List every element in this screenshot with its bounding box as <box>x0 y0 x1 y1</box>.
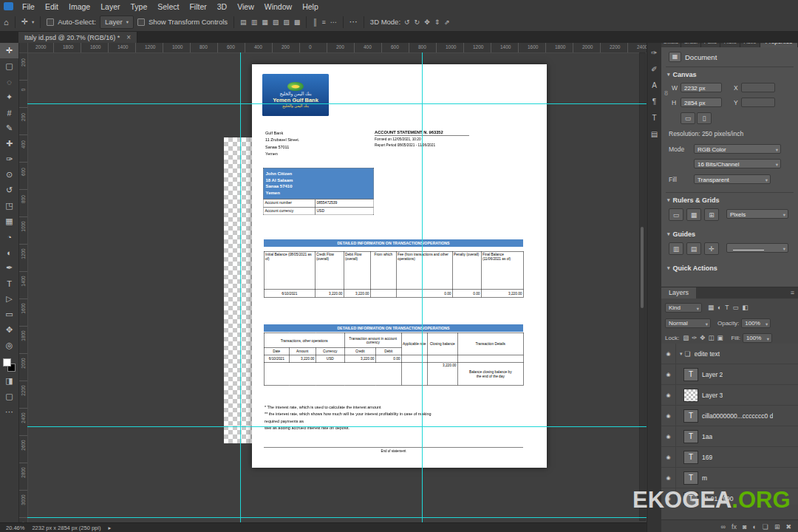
brush-settings-icon[interactable]: ✑ <box>651 49 657 57</box>
vertical-scrollbar[interactable] <box>639 52 646 521</box>
grid-toggle-icon[interactable]: ▦ <box>686 208 701 221</box>
zoom-tool[interactable]: ◎ <box>0 338 18 353</box>
layer-row[interactable]: ◉Layer 3 <box>661 385 798 406</box>
quick-mask-icon[interactable]: ◨ <box>0 373 18 389</box>
quick-actions-section-header[interactable]: ▾ Quick Actions <box>667 265 717 272</box>
align-right-icon[interactable]: ▦ <box>262 18 268 26</box>
lock-guides-icon[interactable]: ▤ <box>686 242 701 255</box>
align-middle-icon[interactable]: ▨ <box>283 18 290 26</box>
auto-select-checkbox[interactable] <box>47 18 54 26</box>
menu-view[interactable]: View <box>232 1 259 13</box>
glyphs-panel-icon[interactable]: T <box>652 114 656 122</box>
new-guide-layout-icon[interactable]: ▥ <box>669 242 683 255</box>
lock-artboard-icon[interactable]: ◫ <box>708 334 714 341</box>
align-top-icon[interactable]: ▧ <box>273 18 279 26</box>
zoom-level[interactable]: 20.46% <box>6 525 24 531</box>
delete-layer-icon[interactable]: ✖ <box>785 523 791 531</box>
mode-select[interactable]: RGB Color▾ <box>694 144 781 154</box>
eye-icon[interactable]: ◉ <box>661 468 676 488</box>
align-left-icon[interactable]: ▤ <box>240 18 247 26</box>
lock-pixels-icon[interactable]: ✑ <box>692 334 697 341</box>
lock-transparent-icon[interactable]: ▨ <box>683 334 689 341</box>
menu-file[interactable]: File <box>17 1 40 13</box>
menu-image[interactable]: Image <box>64 1 95 13</box>
chevron-down-icon[interactable]: ▾ <box>680 351 683 357</box>
menu-3d[interactable]: 3D <box>212 1 232 13</box>
eyedropper-tool[interactable]: ✎ <box>0 120 18 136</box>
panel-menu-icon[interactable]: ≡ <box>791 287 794 299</box>
eye-icon[interactable]: ◉ <box>661 406 676 426</box>
orientation-landscape-icon[interactable]: ▭ <box>681 112 695 124</box>
tab-layers[interactable]: Layers <box>661 287 696 299</box>
menu-select[interactable]: Select <box>152 1 184 13</box>
clear-guides-icon[interactable]: ✛ <box>704 242 719 255</box>
filter-type-layers-icon[interactable]: T <box>725 304 729 311</box>
lock-all-icon[interactable]: ▣ <box>717 334 723 341</box>
layer-mask-icon[interactable]: ◙ <box>743 523 746 531</box>
vertical-guide[interactable] <box>240 52 241 522</box>
document-tab[interactable]: Italy id.psd @ 20.7% (RGB/16) * × <box>18 32 137 43</box>
menu-window[interactable]: Window <box>259 1 297 13</box>
menu-filter[interactable]: Filter <box>184 1 211 13</box>
menu-type[interactable]: Type <box>125 1 152 13</box>
ruler-toggle-icon[interactable]: ▭ <box>669 208 683 221</box>
hand-tool[interactable]: ✥ <box>0 322 18 338</box>
layer-row[interactable]: ◉T169 <box>661 447 798 468</box>
distribute-space-icon[interactable]: ⋯ <box>330 18 337 26</box>
y-input[interactable] <box>741 98 775 107</box>
auto-select-target-select[interactable]: Layer ▾ <box>100 16 134 29</box>
paragraph-panel-icon[interactable]: ¶ <box>652 98 656 106</box>
distribute-horizontal-icon[interactable]: ║ <box>313 18 317 26</box>
menu-layer[interactable]: Layer <box>95 1 125 13</box>
lock-position-icon[interactable]: ✥ <box>700 334 705 341</box>
chevron-down-icon[interactable]: ▾ <box>32 19 34 25</box>
opacity-input[interactable]: 100%▾ <box>741 318 771 328</box>
new-layer-icon[interactable]: ⊞ <box>774 523 780 531</box>
layer-effects-icon[interactable]: fx <box>732 523 737 531</box>
lasso-tool[interactable]: ◌ <box>0 74 18 89</box>
color-swatches[interactable] <box>0 357 18 373</box>
filter-shape-layers-icon[interactable]: ▭ <box>732 304 738 311</box>
brushes-icon[interactable]: ✐ <box>651 65 657 73</box>
path-selection-tool[interactable]: ▷ <box>0 291 18 307</box>
type-tool[interactable]: T <box>0 276 18 291</box>
document-page[interactable]: بنك اليمن والخليج Yemen Gulf Bank بنك ال… <box>252 64 547 468</box>
3d-roll-icon[interactable]: ↻ <box>415 18 420 26</box>
foreground-color-swatch[interactable] <box>3 358 11 366</box>
eye-icon[interactable]: ◉ <box>661 344 676 364</box>
horizontal-guide[interactable] <box>27 517 647 518</box>
guides-section-header[interactable]: ▾ Guides <box>667 231 695 238</box>
menu-help[interactable]: Help <box>297 1 324 13</box>
guide-style-select[interactable]: ▾ <box>726 243 788 253</box>
kind-filter-select[interactable]: Kind▾ <box>665 303 702 313</box>
snap-toggle-icon[interactable]: ⊞ <box>704 208 719 221</box>
blur-tool[interactable]: ◔ <box>0 229 18 245</box>
canvas-section-header[interactable]: ▾ Canvas <box>667 71 697 78</box>
3d-drag-icon[interactable]: ✥ <box>424 18 430 26</box>
scrollbar-thumb[interactable] <box>641 227 644 308</box>
filter-pixel-layers-icon[interactable]: ▦ <box>708 304 714 311</box>
move-tool[interactable]: ✛ <box>0 43 18 58</box>
rectangle-tool[interactable]: ▭ <box>0 307 18 322</box>
menu-edit[interactable]: Edit <box>40 1 64 13</box>
brush-tool[interactable]: ✑ <box>0 151 18 167</box>
more-options-icon[interactable]: ⋯ <box>349 17 358 27</box>
link-dimensions-icon[interactable]: 8 <box>664 89 668 97</box>
fill-select[interactable]: Transparent▾ <box>694 174 771 184</box>
layer-row[interactable]: ◉Tm <box>661 468 798 488</box>
rectangular-marquee-tool[interactable]: ▢ <box>0 58 18 74</box>
width-input[interactable]: 2232 px <box>681 83 722 92</box>
show-transform-controls-checkbox[interactable] <box>137 18 145 26</box>
vertical-guide[interactable] <box>422 52 423 522</box>
adjustment-layer-icon[interactable]: ◐ <box>752 523 756 531</box>
character-panel-icon[interactable]: A <box>652 81 657 89</box>
3d-rotate-icon[interactable]: ↺ <box>404 18 410 26</box>
dodge-tool[interactable]: ◐ <box>0 245 18 260</box>
distribute-vertical-icon[interactable]: ≡ <box>322 18 326 26</box>
filter-adjustment-layers-icon[interactable]: ◐ <box>717 304 721 311</box>
filter-smart-objects-icon[interactable]: ◧ <box>742 304 748 311</box>
link-layers-icon[interactable]: ∞ <box>721 523 726 531</box>
3d-slide-icon[interactable]: ⇕ <box>434 18 440 26</box>
align-center-h-icon[interactable]: ▥ <box>251 18 258 26</box>
ruler-units-select[interactable]: Pixels▾ <box>726 209 788 219</box>
